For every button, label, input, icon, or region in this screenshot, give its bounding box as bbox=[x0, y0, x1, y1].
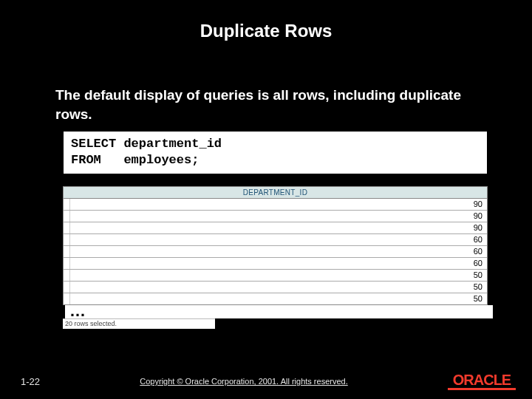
page-number: 1-22 bbox=[21, 376, 40, 387]
table-row: 50 bbox=[64, 293, 487, 304]
table-row: 90 bbox=[64, 199, 487, 211]
result-table: DEPARTMENT_ID 90 90 90 60 60 60 50 50 50 bbox=[63, 186, 488, 305]
sql-code-box: SELECT department_id FROM employees; bbox=[63, 131, 488, 174]
rowcount-text: 20 rows selected. bbox=[63, 318, 215, 329]
oracle-logo-bar-icon bbox=[448, 388, 516, 390]
table-row: 60 bbox=[64, 246, 487, 258]
oracle-logo-text: ORACLE bbox=[453, 373, 511, 387]
footer: 1-22 Copyright © Oracle Corporation, 200… bbox=[0, 364, 532, 399]
ellipsis: … bbox=[65, 305, 493, 318]
copyright-text: Copyright © Oracle Corporation, 2001. Al… bbox=[140, 377, 347, 386]
table-row: 90 bbox=[64, 222, 487, 234]
slide-title: Duplicate Rows bbox=[0, 0, 532, 41]
slide-subtitle: The default display of queries is all ro… bbox=[55, 86, 488, 123]
table-row: 60 bbox=[64, 258, 487, 270]
table-row: 50 bbox=[64, 282, 487, 293]
slide: Duplicate Rows The default display of qu… bbox=[0, 0, 532, 399]
table-row: 50 bbox=[64, 270, 487, 282]
table-row: 90 bbox=[64, 211, 487, 222]
oracle-logo: ORACLE bbox=[448, 373, 516, 390]
table-row: 60 bbox=[64, 234, 487, 246]
result-header: DEPARTMENT_ID bbox=[64, 187, 487, 199]
